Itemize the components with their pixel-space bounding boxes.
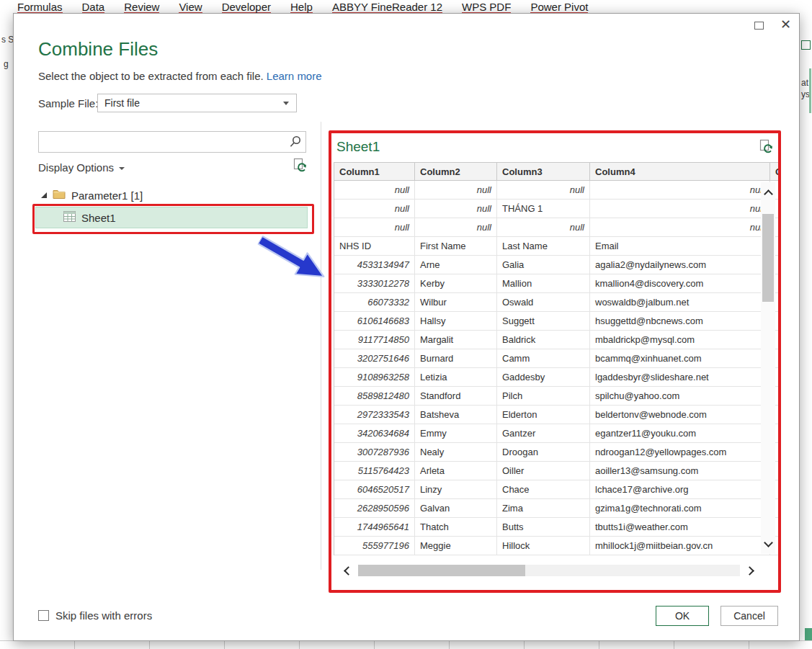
close-icon[interactable]: ✕ <box>780 17 791 32</box>
table-cell: Burnard <box>415 349 497 367</box>
table-cell: 555977196 <box>334 537 415 555</box>
table-cell: Galvan <box>415 499 497 517</box>
column-header-4: Column4 <box>590 163 770 180</box>
display-options-dropdown[interactable]: Display Options <box>38 161 125 174</box>
dialog-subtitle: Select the object to be extracted from e… <box>38 70 322 82</box>
preview-table: Column1Column2Column3Column4Column5 null… <box>334 162 778 555</box>
table-cell: 66073332 <box>334 293 415 311</box>
refresh-preview-icon[interactable] <box>292 158 308 176</box>
table-cell: spilchu@yahoo.com <box>590 387 770 405</box>
table-cell: Hallsy <box>415 312 497 330</box>
table-cell: 3420634684 <box>334 424 415 442</box>
ribbon-tab-abbyy-finereader-12[interactable]: ABBYY FineReader 12 <box>332 0 442 14</box>
ribbon-tab-view[interactable]: View <box>179 0 202 14</box>
scroll-down-arrow[interactable] <box>761 534 775 554</box>
worksheet-icon <box>63 211 76 225</box>
table-cell: Margalit <box>415 331 497 349</box>
ribbon-tab-help[interactable]: Help <box>290 0 313 14</box>
scroll-left-arrow[interactable] <box>344 566 353 576</box>
table-cell: 3007287936 <box>334 443 415 461</box>
horizontal-scroll-track[interactable] <box>358 565 740 576</box>
table-cell: hsuggettd@nbcnews.com <box>590 312 770 330</box>
table-cell: gzima1g@technorati.com <box>590 499 770 517</box>
table-cell: null <box>334 181 415 199</box>
table-cell: lchace17@archive.org <box>590 480 770 498</box>
search-input[interactable] <box>43 133 281 151</box>
search-box <box>38 131 306 153</box>
tree-expander-icon[interactable] <box>41 192 47 198</box>
ribbon-tab-developer[interactable]: Developer <box>222 0 271 14</box>
table-row: 4533134947ArneGaliaagalia2@nydailynews.c… <box>334 256 778 274</box>
column-header-5: Column5 <box>770 163 778 180</box>
skip-files-row: Skip files with errors <box>38 609 152 622</box>
ok-button[interactable]: OK <box>656 606 709 626</box>
table-row: nullnullnullnull <box>334 218 778 237</box>
table-row: NHS IDFirst NameLast NameEmail <box>334 237 778 256</box>
ribbon-tab-wps-pdf[interactable]: WPS PDF <box>462 0 511 14</box>
table-cell: aoiller13@samsung.com <box>590 462 770 480</box>
table-cell: tbutts1i@weather.com <box>590 518 770 536</box>
table-cell: null <box>590 181 770 199</box>
table-row: nullnullTHÁNG 1null <box>334 200 778 218</box>
table-cell: Oswald <box>497 293 590 311</box>
ribbon-tab-power-pivot[interactable]: Power Pivot <box>530 0 588 14</box>
table-cell: Thatch <box>415 518 497 536</box>
refresh-preview-icon[interactable] <box>758 139 774 158</box>
cancel-button[interactable]: Cancel <box>720 606 778 626</box>
scroll-right-arrow[interactable] <box>745 566 754 576</box>
skip-files-checkbox[interactable] <box>38 610 49 621</box>
table-cell: kmallion4@discovery.com <box>590 274 770 292</box>
scroll-up-arrow[interactable] <box>761 182 775 202</box>
column-header-2: Column2 <box>415 163 497 180</box>
table-cell: Wilbur <box>415 293 497 311</box>
preview-vertical-scrollbar[interactable] <box>761 182 775 554</box>
table-row: 66073332WilburOswaldwoswaldb@jalbum.net <box>334 293 778 312</box>
table-cell: Email <box>590 237 770 255</box>
table-row: 2628950596GalvanZimagzima1g@technorati.c… <box>334 499 778 518</box>
table-row: 3333012278KerbyMallionkmallion4@discover… <box>334 274 778 293</box>
table-cell: null <box>590 200 770 218</box>
table-cell: Letizia <box>415 368 497 386</box>
maximize-icon[interactable] <box>754 22 764 30</box>
excel-green-accent-bottom <box>805 628 812 640</box>
table-row: 3202751646BurnardCammbcammq@xinhuanet.co… <box>334 349 778 368</box>
combine-files-dialog: ✕ Combine Files Select the object to be … <box>13 13 800 641</box>
table-cell: THÁNG 1 <box>497 200 590 218</box>
table-cell: null <box>415 200 497 218</box>
preview-pane: Sheet1 Column1Column2Column3Column4Colum… <box>331 133 778 590</box>
ribbon-tab-review[interactable]: Review <box>124 0 159 14</box>
table-cell: 9108963258 <box>334 368 415 386</box>
tree-item-sheet1[interactable]: Sheet1 <box>35 207 308 228</box>
search-icon[interactable] <box>289 135 302 151</box>
preview-horizontal-scrollbar[interactable] <box>345 564 753 577</box>
left-edge-fragment-1: s S <box>1 35 14 45</box>
table-cell: 4533134947 <box>334 256 415 274</box>
table-cell: null <box>415 218 497 236</box>
horizontal-scroll-thumb[interactable] <box>358 565 525 576</box>
table-row: 555977196MeggieHillockmhillock1j@miitbei… <box>334 537 778 555</box>
sample-file-dropdown[interactable]: First file <box>97 94 297 112</box>
preview-title: Sheet1 <box>336 139 380 155</box>
table-cell: lgaddesbyr@slideshare.net <box>590 368 770 386</box>
display-options-label: Display Options <box>38 161 114 174</box>
table-cell: null <box>497 181 590 199</box>
table-cell: mhillock1j@miitbeian.gov.cn <box>590 537 770 555</box>
table-cell: beldertonv@webnode.com <box>590 406 770 424</box>
table-cell: Galia <box>497 256 590 274</box>
folder-icon <box>53 189 66 202</box>
table-cell: Meggie <box>415 537 497 555</box>
skip-files-label: Skip files with errors <box>55 609 152 622</box>
vertical-scroll-thumb[interactable] <box>762 214 774 302</box>
ribbon-tab-data[interactable]: Data <box>82 0 105 14</box>
table-cell: 6106146683 <box>334 312 415 330</box>
table-cell: null <box>334 218 415 236</box>
table-cell: 2628950596 <box>334 499 415 517</box>
learn-more-link[interactable]: Learn more <box>267 70 322 82</box>
table-row: 6106146683HallsySuggetthsuggettd@nbcnews… <box>334 312 778 331</box>
table-cell: 3202751646 <box>334 349 415 367</box>
table-cell: null <box>497 218 590 236</box>
table-row: 6046520517LinzyChacelchace17@archive.org <box>334 480 778 499</box>
chevron-down-icon <box>283 102 289 105</box>
ribbon-tab-formulas[interactable]: Formulas <box>17 0 63 14</box>
tree-item-parameter1[interactable]: Parameter1 [1] <box>41 187 143 204</box>
